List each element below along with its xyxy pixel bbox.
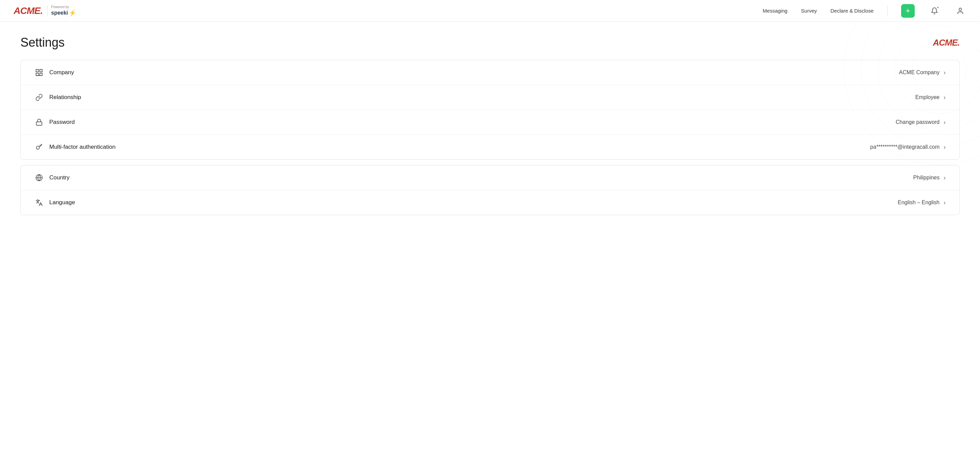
- language-row-left: Language: [34, 198, 898, 207]
- speeki-leaf-icon: ⚡: [69, 9, 76, 17]
- password-value-text: Change password: [896, 119, 940, 125]
- password-row[interactable]: Password Change password ›: [21, 110, 959, 135]
- speeki-logo: speeki⚡: [51, 9, 76, 17]
- language-label: Language: [49, 199, 75, 206]
- company-value-text: ACME Company: [899, 69, 940, 75]
- declare-disclose-nav-link[interactable]: Declare & Disclose: [830, 8, 873, 14]
- nav-divider: [887, 5, 888, 16]
- arrow-head-icon: [21, 145, 21, 149]
- relationship-value-text: Employee: [915, 94, 940, 101]
- language-value: English – English ›: [898, 199, 946, 206]
- notification-dot: [937, 6, 939, 9]
- language-chevron-icon: ›: [943, 199, 946, 206]
- company-row[interactable]: Company ACME Company ›: [21, 60, 959, 85]
- relationship-chevron-icon: ›: [943, 94, 946, 101]
- mfa-chevron-icon: ›: [943, 144, 946, 151]
- powered-by-container: Powered by speeki⚡: [47, 5, 76, 17]
- translate-icon: [34, 198, 44, 207]
- country-chevron-icon: ›: [943, 174, 946, 182]
- svg-rect-10: [37, 122, 42, 125]
- main-content: Settings ACME. Company ACME Compa: [0, 22, 980, 234]
- mfa-row[interactable]: Multi-factor authentication pa**********…: [21, 135, 959, 159]
- link-icon: [34, 93, 44, 102]
- svg-rect-7: [36, 69, 38, 72]
- globe-icon: [34, 173, 44, 182]
- locale-settings-section: Country Philippines ›: [21, 165, 959, 215]
- country-row[interactable]: Country Philippines ›: [21, 166, 959, 190]
- lock-icon: [34, 117, 44, 127]
- page-header: Settings ACME.: [21, 35, 959, 50]
- password-label: Password: [49, 119, 75, 126]
- acme-logo: ACME.: [14, 5, 43, 16]
- page-title: Settings: [21, 35, 65, 50]
- user-icon: [956, 7, 964, 14]
- password-chevron-icon: ›: [943, 119, 946, 126]
- mfa-value-text: pa**********@integracall.com: [870, 144, 940, 150]
- svg-point-0: [959, 8, 961, 10]
- building-icon: [34, 68, 44, 77]
- brand: ACME. Powered by speeki⚡: [14, 5, 76, 17]
- country-value-text: Philippines: [913, 175, 940, 181]
- country-row-left: Country: [34, 173, 913, 182]
- mfa-row-left: Multi-factor authentication: [34, 142, 870, 152]
- notifications-button[interactable]: [928, 5, 940, 17]
- key-icon: [34, 142, 44, 152]
- mfa-label: Multi-factor authentication: [49, 144, 116, 150]
- company-row-left: Company: [34, 68, 899, 77]
- acme-brand-corner: ACME.: [933, 37, 959, 48]
- svg-rect-9: [36, 73, 38, 75]
- arrow-indicator: [21, 145, 21, 149]
- company-value: ACME Company ›: [899, 69, 946, 76]
- language-row[interactable]: Language English – English ›: [21, 190, 959, 215]
- relationship-value: Employee ›: [915, 94, 946, 101]
- country-value: Philippines ›: [913, 174, 946, 182]
- svg-rect-8: [40, 69, 42, 72]
- mfa-value: pa**********@integracall.com ›: [870, 144, 946, 151]
- language-value-text: English – English: [898, 199, 940, 206]
- company-chevron-icon: ›: [943, 69, 946, 76]
- account-settings-section: Company ACME Company › Relationship Empl…: [21, 60, 959, 160]
- relationship-label: Relationship: [49, 94, 81, 101]
- country-label: Country: [49, 174, 70, 181]
- password-row-left: Password: [34, 117, 896, 127]
- navbar-nav: Messaging Survey Declare & Disclose +: [763, 4, 966, 18]
- messaging-nav-link[interactable]: Messaging: [763, 8, 788, 14]
- company-label: Company: [49, 69, 74, 76]
- relationship-row[interactable]: Relationship Employee ›: [21, 85, 959, 110]
- survey-nav-link[interactable]: Survey: [801, 8, 817, 14]
- password-value: Change password ›: [896, 119, 946, 126]
- add-button[interactable]: +: [901, 4, 915, 18]
- relationship-row-left: Relationship: [34, 93, 915, 102]
- powered-by-text: Powered by: [51, 5, 76, 9]
- profile-button[interactable]: [954, 5, 966, 17]
- navbar: ACME. Powered by speeki⚡ Messaging Surve…: [0, 0, 980, 22]
